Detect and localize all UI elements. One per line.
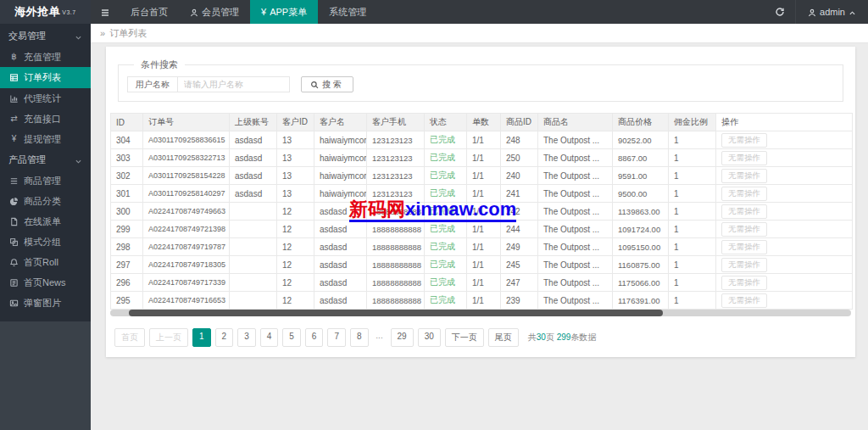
page-button[interactable]: 4: [260, 328, 279, 347]
cell-order-no: A02241708749719787: [143, 238, 230, 256]
news-icon: [8, 278, 19, 288]
page-button[interactable]: 30: [418, 328, 441, 347]
sidebar-item-label: 充值管理: [24, 51, 61, 64]
page-button[interactable]: 29: [391, 328, 414, 347]
sidebar-item[interactable]: 代理统计: [0, 88, 91, 109]
page-button[interactable]: 7: [327, 328, 346, 347]
table-row: 298 A02241708749719787 12 asdasd 1888888…: [111, 238, 853, 256]
page-button[interactable]: 5: [282, 328, 301, 347]
page-button[interactable]: 8: [350, 328, 369, 347]
scrollbar-thumb[interactable]: [129, 310, 663, 316]
cell-status: 已完成: [425, 292, 467, 310]
table-row: 304 A03011709258836615 asdasd 13 haiwaiy…: [111, 131, 853, 149]
no-action-button[interactable]: 无需操作: [721, 222, 767, 237]
cell-action: 无需操作: [716, 167, 853, 185]
column-header: 商品价格: [613, 114, 669, 131]
cell-order-count: 1/1: [467, 131, 501, 149]
sidebar-item[interactable]: 在线派单: [0, 211, 91, 232]
no-action-button[interactable]: 无需操作: [721, 240, 767, 254]
top-menu-item[interactable]: 系统管理: [318, 0, 377, 24]
search-button-label: 搜索: [322, 79, 344, 91]
no-action-button[interactable]: 无需操作: [721, 133, 767, 148]
page-button[interactable]: 首页: [114, 328, 145, 347]
column-header: 客户名: [314, 114, 367, 131]
sidebar-item[interactable]: 交易管理: [0, 25, 91, 47]
cell-order-count: 1/1: [467, 256, 501, 274]
cell-product-name: The Outpost ...: [538, 221, 613, 238]
cell-product-price: 1139863.00: [613, 203, 669, 221]
sidebar-item-label: 充值接口: [24, 113, 61, 126]
username-input[interactable]: [178, 76, 290, 92]
user-menu[interactable]: admin: [795, 0, 868, 24]
cell-customer-phone: 18888888888: [367, 256, 425, 274]
page-button[interactable]: 尾页: [488, 328, 519, 347]
cell-order-no: A03011709258322713: [143, 149, 230, 167]
page-button[interactable]: 6: [305, 328, 324, 347]
column-header: 订单号: [143, 114, 230, 131]
top-menu: 后台首页 会员管理 ¥ APP菜单 系统管理: [120, 0, 377, 24]
chevron-down-icon: [75, 31, 82, 42]
cell-customer-id: 12: [277, 221, 314, 238]
refresh-button[interactable]: [765, 0, 795, 24]
cell-commission-ratio: 1: [669, 274, 716, 292]
top-menu-item[interactable]: ¥ APP菜单: [250, 0, 318, 24]
status-badge: 已完成: [430, 135, 455, 144]
cell-id: 302: [111, 167, 143, 185]
status-badge: 已完成: [430, 153, 455, 162]
no-action-button[interactable]: 无需操作: [721, 151, 767, 165]
table-header-row: ID订单号上级账号客户ID客户名客户手机状态单数商品ID商品名商品价格佣金比例操…: [111, 114, 853, 131]
cell-commission-ratio: 1: [669, 256, 716, 274]
sidebar-item[interactable]: 订单列表: [0, 67, 91, 88]
page-button[interactable]: 1: [192, 328, 211, 347]
sidebar-item[interactable]: 首页News: [0, 272, 91, 293]
no-action-button[interactable]: 无需操作: [721, 258, 767, 272]
page-button[interactable]: ...: [373, 328, 387, 347]
sidebar-item[interactable]: 模式分组: [0, 232, 91, 252]
cell-order-count: 1/1: [467, 221, 501, 238]
sidebar-item[interactable]: ¥ 提现管理: [0, 129, 91, 149]
chart-icon: [8, 94, 19, 103]
cell-product-price: 9591.00: [613, 167, 669, 185]
cell-order-count: 1/1: [467, 149, 501, 167]
status-badge: 已完成: [430, 206, 455, 215]
cell-product-id: 247: [501, 274, 538, 292]
page-button[interactable]: 3: [237, 328, 256, 347]
table-row: 301 A03011709258140297 asdasd 13 haiwaiy…: [111, 185, 853, 203]
orders-table-wrap: ID订单号上级账号客户ID客户名客户手机状态单数商品ID商品名商品价格佣金比例操…: [110, 113, 851, 310]
sidebar-collapse-button[interactable]: [91, 0, 120, 24]
cell-id: 296: [111, 274, 143, 292]
cell-product-price: 1176391.00: [613, 292, 669, 310]
doc-icon: [8, 217, 19, 226]
cell-customer-id: 13: [277, 149, 314, 167]
no-action-button[interactable]: 无需操作: [721, 187, 767, 201]
cell-id: 299: [111, 221, 143, 238]
no-action-button[interactable]: 无需操作: [721, 293, 767, 308]
no-action-button[interactable]: 无需操作: [721, 169, 767, 183]
top-menu-item[interactable]: 后台首页: [120, 0, 179, 24]
sidebar-item[interactable]: ⇄ 充值接口: [0, 109, 91, 129]
sidebar-item[interactable]: 弹窗图片: [0, 293, 91, 313]
no-action-button[interactable]: 无需操作: [721, 204, 767, 219]
sidebar-item[interactable]: 商品管理: [0, 170, 91, 191]
cell-action: 无需操作: [716, 256, 853, 274]
sidebar-item[interactable]: 首页Roll: [0, 252, 91, 272]
cell-product-name: The Outpost ...: [538, 292, 613, 310]
no-action-button[interactable]: 无需操作: [721, 276, 767, 290]
sidebar-item[interactable]: ฿ 充值管理: [0, 47, 91, 67]
page-button[interactable]: 下一页: [445, 328, 484, 347]
sidebar-item[interactable]: 商品分类: [0, 191, 91, 211]
cell-customer-phone: 123123123: [367, 185, 425, 203]
page-button[interactable]: 上一页: [149, 328, 188, 347]
top-menu-item[interactable]: 会员管理: [179, 0, 250, 24]
cell-parent-account: [230, 203, 277, 221]
sidebar-item[interactable]: 产品管理: [0, 149, 91, 170]
cell-product-id: 250: [501, 149, 538, 167]
yen-icon: ¥: [261, 8, 266, 17]
cell-commission-ratio: 1: [669, 221, 716, 238]
horizontal-scrollbar[interactable]: [110, 310, 851, 316]
cell-customer-id: 13: [277, 185, 314, 203]
page-button[interactable]: 2: [215, 328, 234, 347]
cell-customer-name: haiwaiymcom: [314, 131, 367, 149]
cell-parent-account: asdasd: [230, 149, 277, 167]
search-button[interactable]: 搜索: [301, 76, 353, 92]
